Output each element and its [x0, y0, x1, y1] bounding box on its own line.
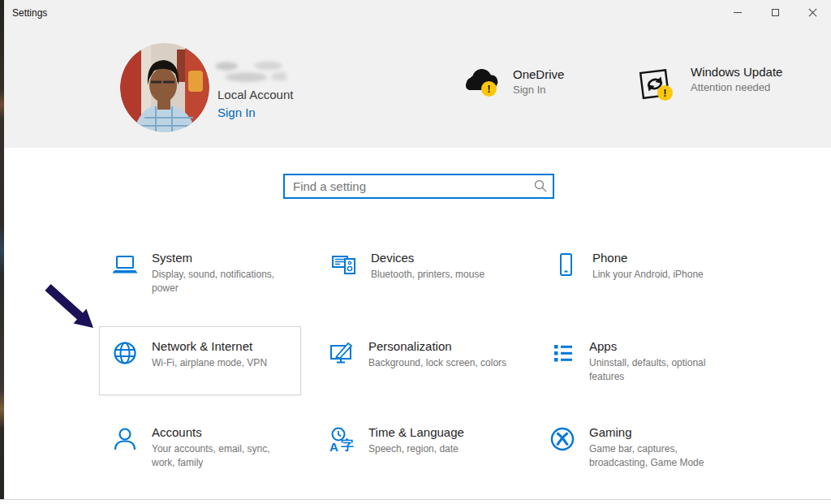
redacted-user-name — [213, 58, 286, 84]
tile-title: Gaming — [589, 424, 729, 440]
tile-subtitle: Wi-Fi, airplane mode, VPN — [152, 356, 267, 370]
tile-phone[interactable]: Phone Link your Android, iPhone — [553, 250, 704, 282]
personalization-icon — [329, 340, 356, 369]
account-type-label: Local Account — [217, 88, 293, 101]
header-section: Settings — [4, 0, 831, 148]
window-title: Settings — [12, 7, 47, 19]
close-icon — [808, 8, 817, 17]
alert-badge-icon: ! — [481, 81, 497, 97]
search-icon — [534, 179, 547, 192]
minimize-icon — [734, 12, 742, 13]
titlebar: Settings — [4, 0, 831, 26]
windows-update-sync-icon: ! — [635, 65, 676, 107]
tile-personalization[interactable]: Personalization Background, lock screen,… — [329, 338, 506, 370]
onedrive-status-block[interactable]: ! OneDrive Sign In — [463, 67, 564, 103]
tile-subtitle: Speech, region, date — [368, 442, 464, 456]
window-controls — [719, 0, 831, 24]
onedrive-title: OneDrive — [513, 67, 564, 81]
tile-subtitle: Background, lock screen, colors — [368, 356, 506, 370]
time-language-icon: A 字 — [329, 426, 356, 457]
svg-text:A: A — [329, 440, 338, 454]
tile-title: Apps — [589, 338, 729, 354]
network-globe-icon — [112, 340, 140, 369]
tile-network-internet[interactable]: Network & Internet Wi-Fi, airplane mode,… — [112, 338, 267, 370]
tile-subtitle: Your accounts, email, sync, work, family — [152, 442, 291, 470]
tile-title: System — [152, 250, 291, 265]
search-box — [283, 174, 554, 199]
profile-sign-in-link[interactable]: Sign In — [217, 106, 256, 119]
tile-apps[interactable]: Apps Uninstall, defaults, optional featu… — [549, 338, 729, 384]
tile-time-language[interactable]: A 字 Time & Language Speech, region, date — [329, 424, 464, 457]
onedrive-status: Sign In — [513, 84, 564, 96]
tile-subtitle: Link your Android, iPhone — [592, 268, 704, 282]
tile-system[interactable]: System Display, sound, notifications, po… — [112, 250, 291, 295]
maximize-button[interactable] — [756, 0, 794, 24]
windows-update-status-block[interactable]: ! Windows Update Attention needed — [635, 65, 782, 107]
windows-update-status: Attention needed — [691, 81, 782, 93]
tile-title: Personalization — [368, 338, 506, 354]
devices-icon — [331, 252, 359, 281]
phone-icon — [553, 252, 580, 281]
accounts-icon — [112, 426, 140, 455]
minimize-button[interactable] — [719, 0, 756, 24]
tile-accounts[interactable]: Accounts Your accounts, email, sync, wor… — [112, 424, 291, 470]
avatar — [120, 43, 209, 132]
tile-title: Network & Internet — [152, 338, 267, 354]
screen: Settings — [0, 0, 831, 504]
gaming-xbox-icon — [549, 426, 577, 455]
tile-subtitle: Bluetooth, printers, mouse — [371, 268, 484, 282]
alert-badge-icon: ! — [657, 85, 673, 101]
tile-title: Accounts — [152, 424, 291, 440]
annotation-arrow-icon — [40, 279, 105, 336]
tile-title: Time & Language — [368, 424, 464, 440]
tile-subtitle: Display, sound, notifications, power — [152, 268, 291, 295]
tile-gaming[interactable]: Gaming Game bar, captures, broadcasting,… — [549, 424, 729, 470]
windows-update-title: Windows Update — [691, 65, 782, 79]
apps-icon — [549, 340, 577, 369]
close-button[interactable] — [794, 0, 831, 24]
system-laptop-icon — [112, 252, 140, 281]
avatar-photo-icon — [120, 43, 209, 132]
tile-title: Devices — [371, 250, 484, 265]
maximize-icon — [772, 9, 779, 16]
settings-window: Settings — [4, 0, 831, 499]
tile-subtitle: Uninstall, defaults, optional features — [589, 356, 729, 384]
tile-devices[interactable]: Devices Bluetooth, printers, mouse — [331, 250, 484, 282]
search-input[interactable] — [283, 174, 554, 199]
background-window-bottom-edge — [0, 499, 831, 504]
svg-text:字: 字 — [341, 437, 354, 453]
onedrive-cloud-icon: ! — [463, 67, 502, 103]
tile-title: Phone — [592, 250, 704, 265]
tile-subtitle: Game bar, captures, broadcasting, Game M… — [589, 442, 729, 470]
